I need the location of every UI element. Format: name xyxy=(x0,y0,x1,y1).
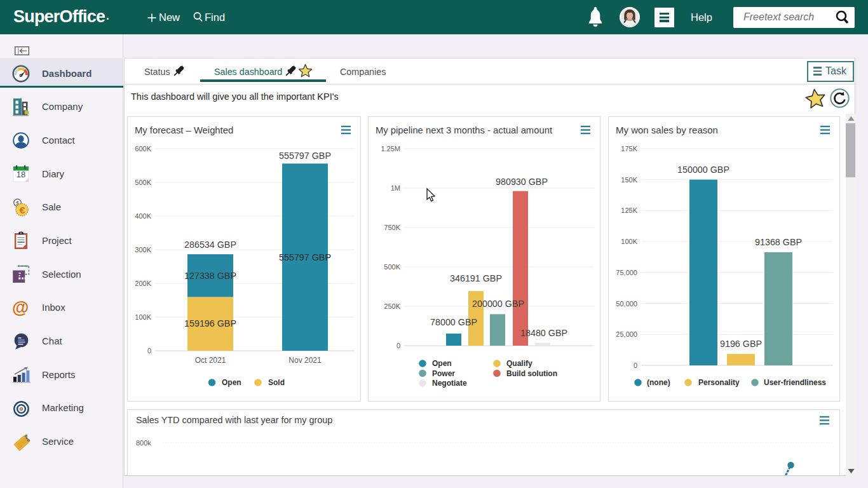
svg-text:250K: 250K xyxy=(384,302,400,310)
svg-text:175K: 175K xyxy=(621,145,637,152)
svg-text:300K: 300K xyxy=(135,246,151,254)
svg-text:€: € xyxy=(20,205,25,215)
svg-text:Open: Open xyxy=(222,378,241,387)
svg-text:100K: 100K xyxy=(621,238,637,245)
svg-text:750K: 750K xyxy=(384,224,400,231)
svg-text:Qualify: Qualify xyxy=(506,359,532,368)
svg-text:555797 GBP: 555797 GBP xyxy=(279,151,331,161)
svg-text:980930 GBP: 980930 GBP xyxy=(496,177,548,187)
svg-text:800k: 800k xyxy=(136,439,151,447)
svg-text:Nov 2021: Nov 2021 xyxy=(288,356,322,365)
svg-text:User-friendliness: User-friendliness xyxy=(764,378,826,387)
svg-text:100K: 100K xyxy=(135,313,151,321)
svg-text:Oct 2021: Oct 2021 xyxy=(195,356,226,365)
svg-text:Personality: Personality xyxy=(698,378,740,387)
svg-text:My won sales by reason: My won sales by reason xyxy=(616,125,718,135)
svg-text:18: 18 xyxy=(17,170,25,179)
svg-text:My forecast – Weighted: My forecast – Weighted xyxy=(135,125,233,135)
svg-text:Build solution: Build solution xyxy=(506,369,557,378)
svg-text:286534 GBP: 286534 GBP xyxy=(184,240,236,250)
svg-text:150K: 150K xyxy=(621,176,637,184)
svg-text:0: 0 xyxy=(634,362,637,369)
svg-text:75,000: 75,000 xyxy=(616,269,637,276)
svg-text:Open: Open xyxy=(432,359,452,368)
svg-text:1M: 1M xyxy=(391,184,400,192)
svg-text:159196 GBP: 159196 GBP xyxy=(184,318,236,329)
svg-text:200000 GBP: 200000 GBP xyxy=(472,299,524,309)
svg-text:0: 0 xyxy=(397,342,400,349)
svg-text:Sales YTD compared with last y: Sales YTD compared with last year for my… xyxy=(136,415,332,425)
svg-text:91368 GBP: 91368 GBP xyxy=(755,237,802,247)
svg-text:50,000: 50,000 xyxy=(616,300,637,308)
svg-text:500K: 500K xyxy=(135,179,151,186)
svg-text:78000 GBP: 78000 GBP xyxy=(430,317,477,327)
svg-text:600K: 600K xyxy=(135,145,151,152)
svg-text:Negotiate: Negotiate xyxy=(432,379,467,388)
svg-text:346191 GBP: 346191 GBP xyxy=(450,273,502,283)
svg-text:(none): (none) xyxy=(647,378,670,387)
svg-text:500K: 500K xyxy=(384,263,400,271)
svg-text:25,000: 25,000 xyxy=(616,330,637,338)
svg-text:My pipeline next 3 months - ac: My pipeline next 3 months - actual amoun… xyxy=(376,125,552,135)
svg-text:555797 GBP: 555797 GBP xyxy=(279,252,331,262)
svg-text:9196 GBP: 9196 GBP xyxy=(720,339,762,349)
svg-text:Sold: Sold xyxy=(268,378,285,387)
svg-text:127338 GBP: 127338 GBP xyxy=(184,271,236,281)
svg-text:Power: Power xyxy=(432,369,455,378)
svg-text:125K: 125K xyxy=(621,207,637,214)
svg-text:150000 GBP: 150000 GBP xyxy=(677,165,729,175)
svg-text:1.25M: 1.25M xyxy=(381,145,400,152)
svg-text:18480 GBP: 18480 GBP xyxy=(520,328,567,338)
svg-text:0: 0 xyxy=(147,347,151,355)
svg-text:200K: 200K xyxy=(135,280,151,287)
svg-text:400K: 400K xyxy=(135,212,151,220)
